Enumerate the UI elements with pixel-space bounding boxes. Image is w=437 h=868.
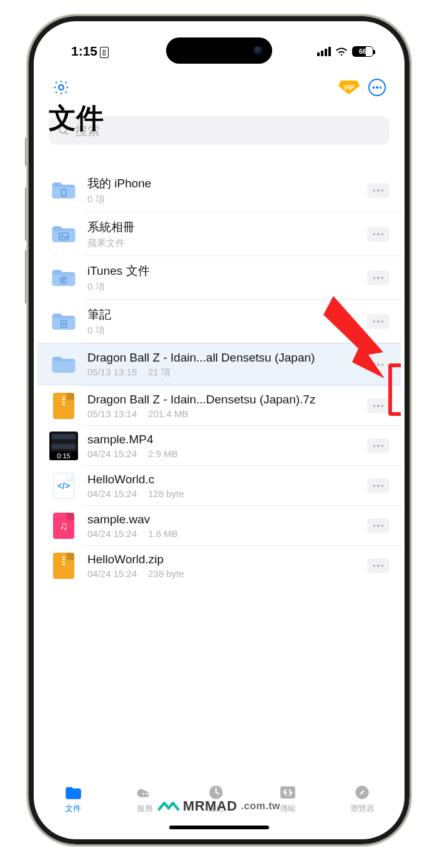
tab-label: 瀏覽器 xyxy=(350,803,375,814)
tab-file[interactable]: 文件 xyxy=(64,784,82,814)
status-time: 1:15▯ xyxy=(71,44,109,59)
more-menu-button[interactable] xyxy=(368,79,386,96)
file-icon: 0:15 xyxy=(49,433,79,458)
file-row[interactable]: ♫ sample.wav 04/24 15:241.6 MB xyxy=(37,505,401,545)
svg-point-8 xyxy=(146,793,148,795)
file-name: iTunes 文件 xyxy=(87,263,358,279)
file-meta: 04/24 15:24238 byte xyxy=(87,568,358,579)
tab-cloud[interactable]: 服務 xyxy=(135,784,154,814)
file-meta: 04/24 15:24128 byte xyxy=(87,488,358,499)
file-more-button[interactable] xyxy=(367,518,390,533)
file-row[interactable]: Dragon Ball Z - Idain...Densetsu (Japan)… xyxy=(37,385,401,425)
file-icon xyxy=(49,265,79,290)
file-meta: 04/24 15:241.6 MB xyxy=(87,528,358,539)
vip-badge[interactable]: VIP xyxy=(338,81,360,94)
file-name: Dragon Ball Z - Idain...Densetsu (Japan)… xyxy=(87,393,358,407)
annotation-arrow xyxy=(311,287,392,381)
file-name: sample.wav xyxy=(87,513,358,526)
file-name: 我的 iPhone xyxy=(87,175,358,192)
tab-transfer[interactable]: 傳輸 xyxy=(278,784,297,814)
signal-icon xyxy=(317,47,331,56)
file-list[interactable]: 我的 iPhone 0 項 系統相冊 蘋果文件 iTunes 文件 xyxy=(37,164,401,836)
wifi-icon xyxy=(335,46,348,56)
page-title: 文件 xyxy=(49,100,390,137)
file-more-button[interactable] xyxy=(367,438,390,453)
screen: 1:15▯ 66 VIP 文件 搜索 xyxy=(37,25,401,836)
svg-rect-10 xyxy=(280,786,295,798)
file-more-button[interactable] xyxy=(367,227,390,242)
file-icon xyxy=(49,553,79,578)
file-meta: 0 項 xyxy=(87,194,358,205)
file-meta: 04/24 15:242.9 MB xyxy=(87,448,358,459)
file-name: sample.MP4 xyxy=(87,433,358,446)
svg-point-0 xyxy=(59,85,64,90)
file-row[interactable]: 系統相冊 蘋果文件 xyxy=(37,212,401,255)
battery-icon: 66 xyxy=(352,46,373,57)
svg-point-3 xyxy=(63,195,64,196)
phone-frame: 1:15▯ 66 VIP 文件 搜索 xyxy=(27,15,411,846)
file-icon xyxy=(49,393,79,418)
dynamic-island xyxy=(166,37,272,64)
svg-point-7 xyxy=(142,793,144,795)
file-name: HelloWorld.zip xyxy=(87,553,358,566)
tab-label: 文件 xyxy=(65,803,81,814)
file-icon: ♫ xyxy=(49,513,79,538)
file-more-button[interactable] xyxy=(367,398,390,413)
file-icon xyxy=(49,352,79,377)
file-row[interactable]: 0:15 sample.MP4 04/24 15:242.9 MB xyxy=(37,425,401,465)
annotation-highlight-box xyxy=(388,363,401,416)
file-row[interactable]: 我的 iPhone 0 項 xyxy=(37,168,401,212)
tab-label: 傳輸 xyxy=(280,803,296,814)
file-more-button[interactable] xyxy=(367,558,390,573)
settings-icon[interactable] xyxy=(52,79,70,96)
tab-compass[interactable]: 瀏覽器 xyxy=(350,784,375,814)
file-row[interactable]: </> HelloWorld.c 04/24 15:24128 byte xyxy=(37,465,401,505)
file-icon xyxy=(49,222,79,247)
file-name: HelloWorld.c xyxy=(87,473,358,486)
file-more-button[interactable] xyxy=(367,270,390,285)
file-more-button[interactable] xyxy=(367,183,390,198)
file-icon xyxy=(49,178,79,203)
file-icon xyxy=(49,309,79,334)
file-meta: 蘋果文件 xyxy=(87,237,358,249)
file-row[interactable]: HelloWorld.zip 04/24 15:24238 byte xyxy=(37,545,401,585)
watermark: MRMAD.com.tw xyxy=(158,798,280,814)
file-meta: 05/13 13:14201.4 MB xyxy=(87,408,358,419)
home-indicator xyxy=(169,826,269,829)
svg-point-5 xyxy=(61,234,62,235)
tab-label: 服務 xyxy=(137,803,153,814)
file-icon: </> xyxy=(49,473,79,498)
file-more-button[interactable] xyxy=(367,478,390,493)
file-name: 系統相冊 xyxy=(87,219,358,235)
